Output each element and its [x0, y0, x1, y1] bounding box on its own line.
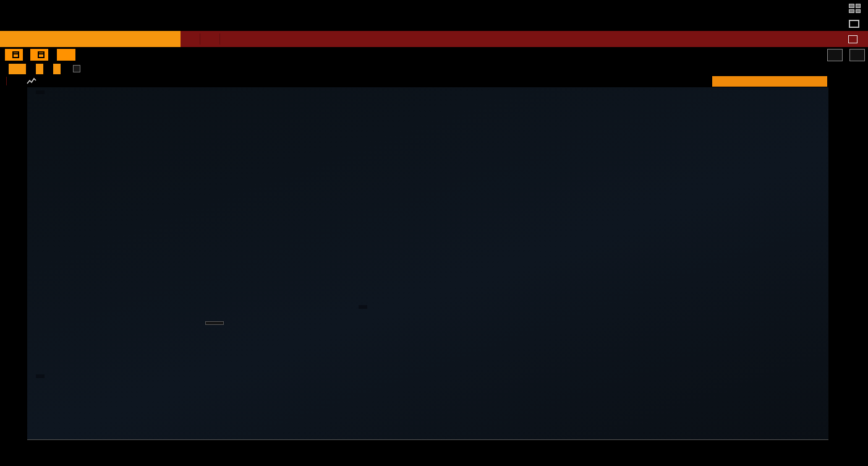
- main-chart-legend: [36, 90, 45, 94]
- start-date-input[interactable]: [5, 49, 23, 61]
- redo-button[interactable]: [849, 49, 865, 61]
- bars-to-setup-input[interactable]: [36, 64, 43, 74]
- time-axis: [27, 439, 828, 466]
- menu-actions[interactable]: [200, 31, 219, 47]
- function-toolbar: [0, 31, 868, 47]
- undo-button[interactable]: [827, 49, 843, 61]
- setup-checkbox[interactable]: [73, 65, 80, 72]
- date-range-bar: [0, 47, 868, 63]
- workspace-grid-icon[interactable]: [849, 4, 861, 13]
- chart-plot-area[interactable]: [27, 87, 828, 439]
- end-date-input[interactable]: [30, 49, 48, 61]
- export-icon[interactable]: [848, 35, 857, 43]
- bloomberg-terminal-window: [0, 0, 868, 466]
- drawing-toolbar: [0, 87, 27, 466]
- calendar-icon: [38, 51, 45, 58]
- rsi-legend: [36, 374, 45, 378]
- study-bar: [0, 63, 868, 75]
- menu-edit[interactable]: [220, 31, 239, 47]
- reset-button[interactable]: [205, 321, 224, 325]
- title-bar: [0, 0, 868, 17]
- related-links-bar: [0, 17, 868, 31]
- currency-select[interactable]: [57, 49, 75, 61]
- chart-type-icon[interactable]: [23, 77, 40, 85]
- chart-canvas: [27, 87, 828, 439]
- add-data-input[interactable]: [712, 76, 827, 87]
- security-field[interactable]: [0, 31, 181, 47]
- menu-suggested-charts[interactable]: [181, 31, 200, 47]
- monitor-icon[interactable]: [849, 20, 859, 28]
- chart-toolbar: [0, 75, 868, 87]
- price-axis: [828, 87, 868, 439]
- macd-legend: [359, 305, 367, 309]
- study-select[interactable]: [9, 64, 26, 74]
- divider: [6, 77, 7, 85]
- calendar-icon: [12, 51, 19, 58]
- bars-to-look-input[interactable]: [53, 64, 61, 74]
